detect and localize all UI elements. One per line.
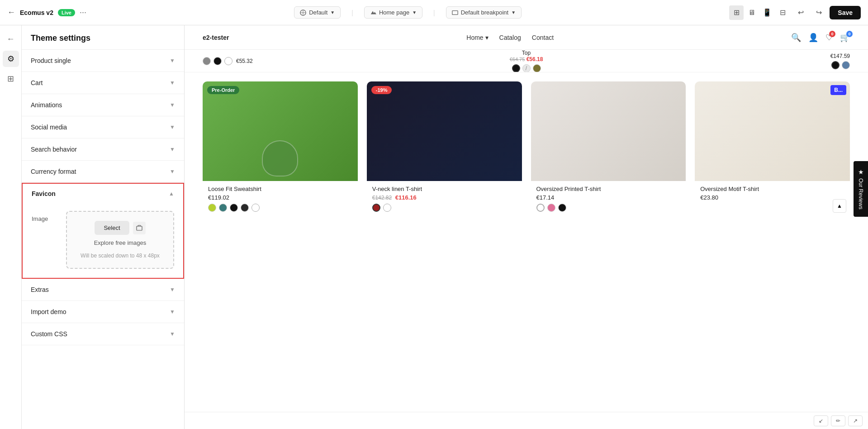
product-image-2: -19%: [367, 81, 522, 181]
svg-rect-1: [452, 10, 458, 14]
grid-view-icon[interactable]: ⊞: [729, 5, 744, 20]
page-selector[interactable]: Home page ▼: [364, 6, 422, 19]
sidebar-item-search-behavior[interactable]: Search behavior ▼: [22, 138, 184, 161]
product-info-3: Oversized Printed T-shirt €17.14: [531, 181, 686, 216]
reviews-tab[interactable]: ★ Our Reviews: [854, 161, 868, 217]
sidebar-item-product-single[interactable]: Product single ▼: [22, 50, 184, 72]
favicon-label: Favicon: [32, 190, 56, 197]
favicon-collapse-icon: ▲: [169, 191, 174, 197]
product-single-label: Product single: [31, 57, 71, 64]
color-swatch[interactable]: [536, 204, 545, 212]
color-swatch[interactable]: [219, 204, 227, 212]
reviews-label: Our Reviews: [858, 178, 864, 210]
product-badge-1: Pre-Order: [207, 86, 239, 94]
live-badge: Live: [58, 9, 75, 16]
product-image-4: [695, 81, 850, 181]
scroll-top-btn[interactable]: ▲: [833, 199, 846, 213]
store-nav-links: Home ▾ Catalog Contact: [466, 34, 554, 41]
topbar: ← Ecomus v2 Live ··· Default ▼ | Home pa…: [0, 0, 868, 25]
top-price-old: €64.75: [510, 57, 525, 62]
breakpoint-selector[interactable]: Default breakpoint ▼: [446, 6, 522, 19]
save-button[interactable]: Save: [830, 6, 861, 19]
search-nav-icon[interactable]: 🔍: [791, 33, 801, 43]
product-price-2: €142.82 €116.16: [372, 194, 517, 201]
settings-scroll: Product single ▼ Cart ▼ Animations ▼ Soc…: [22, 50, 184, 429]
back-icon[interactable]: ←: [7, 8, 15, 17]
top-price-right: €147.59: [640, 53, 850, 59]
social-media-chevron: ▼: [170, 124, 175, 130]
social-media-label: Social media: [31, 124, 67, 131]
topbar-left: ← Ecomus v2 Live ···: [7, 8, 86, 17]
tablet-view-icon[interactable]: ⊟: [775, 5, 790, 20]
preview-area: e2-tester Home ▾ Catalog Contact 🔍 👤 ♡0 …: [185, 25, 868, 429]
product-colors-1: [208, 204, 352, 212]
page-label: Home page: [379, 9, 409, 16]
partial-product-2: Top €64.75 €56.18: [422, 50, 631, 72]
favicon-header[interactable]: Favicon ▲: [23, 184, 183, 204]
bottom-edit-icon[interactable]: ✏: [831, 415, 845, 426]
color-swatch[interactable]: [547, 204, 555, 212]
favicon-upload-box[interactable]: Select Explore free images Will be scale…: [66, 211, 174, 269]
bottom-right-icon[interactable]: ↗: [848, 415, 863, 426]
product-info-4: Oversized Motif T-shirt €23.80: [695, 181, 850, 205]
sidebar-item-custom-css[interactable]: Custom CSS ▼: [22, 323, 184, 345]
product-card-1: Pre-Order Loose Fit Sweatshirt €119.02: [203, 81, 358, 216]
wishlist-icon[interactable]: ♡0: [825, 33, 833, 43]
more-options-icon[interactable]: ···: [80, 8, 86, 17]
sidebar-item-import-demo[interactable]: Import demo ▼: [22, 301, 184, 323]
sidebar-item-social-media[interactable]: Social media ▼: [22, 116, 184, 138]
favicon-select-row: Select: [95, 221, 145, 235]
nav-back-icon[interactable]: ←: [3, 31, 19, 47]
search-behavior-label: Search behavior: [31, 146, 77, 153]
separator2: |: [433, 9, 435, 16]
settings-panel: Theme settings Product single ▼ Cart ▼ A…: [22, 25, 185, 429]
mobile-view-icon[interactable]: 📱: [760, 5, 774, 20]
cart-label: Cart: [31, 79, 43, 86]
top-price-new: €56.18: [526, 56, 543, 62]
quick-action-btn[interactable]: B...: [830, 85, 846, 95]
preview-bottom-bar: ↙ ✏ ↗: [185, 412, 868, 429]
redo-icon[interactable]: ↪: [811, 5, 826, 20]
select-button[interactable]: Select: [95, 221, 129, 235]
nav-layout-icon[interactable]: ⊞: [3, 71, 19, 87]
main-layout: ← ⚙ ⊞ Theme settings Product single ▼ Ca…: [0, 25, 868, 429]
undo-icon[interactable]: ↩: [793, 5, 808, 20]
store-nav-actions: 🔍 👤 ♡0 🛒0: [791, 33, 850, 43]
sidebar-item-extras[interactable]: Extras ▼: [22, 279, 184, 301]
store-nav: e2-tester Home ▾ Catalog Contact 🔍 👤 ♡0 …: [185, 25, 868, 50]
nav-catalog[interactable]: Catalog: [499, 34, 521, 41]
nav-contact[interactable]: Contact: [532, 34, 554, 41]
nav-settings-icon[interactable]: ⚙: [3, 51, 19, 67]
color-swatch[interactable]: [251, 204, 260, 212]
color-swatch[interactable]: [241, 204, 249, 212]
color-swatch[interactable]: [230, 204, 238, 212]
product-image-3: [531, 81, 686, 181]
desktop-view-icon[interactable]: 🖥: [745, 5, 759, 20]
image-label: Image: [32, 211, 59, 222]
sidebar-item-cart[interactable]: Cart ▼: [22, 72, 184, 94]
currency-format-label: Currency format: [31, 168, 76, 175]
custom-css-chevron: ▼: [170, 331, 175, 337]
theme-selector[interactable]: Default ▼: [294, 6, 341, 19]
theme-label: Default: [309, 9, 327, 16]
color-swatch[interactable]: [208, 204, 216, 212]
breakpoint-label: Default breakpoint: [461, 9, 509, 16]
product-image-1: Pre-Order: [203, 81, 358, 181]
nav-home[interactable]: Home ▾: [466, 34, 488, 41]
sidebar-item-animations[interactable]: Animations ▼: [22, 94, 184, 116]
account-icon[interactable]: 👤: [808, 33, 818, 43]
product-info-2: V-neck linen T-shirt €142.82 €116.16: [367, 181, 522, 216]
explore-link[interactable]: Explore free images: [94, 239, 147, 246]
color-swatch[interactable]: [372, 204, 380, 212]
browse-icon[interactable]: [133, 222, 146, 234]
svg-rect-2: [137, 226, 142, 230]
page-chevron: ▼: [412, 10, 417, 15]
custom-css-label: Custom CSS: [31, 330, 67, 338]
color-swatch[interactable]: [383, 204, 391, 212]
cart-icon[interactable]: 🛒0: [840, 33, 850, 43]
bottom-left-icon[interactable]: ↙: [814, 415, 828, 426]
color-swatch[interactable]: [558, 204, 566, 212]
price-new-2: €116.16: [395, 194, 417, 201]
sidebar-item-currency-format[interactable]: Currency format ▼: [22, 161, 184, 183]
product-info-1: Loose Fit Sweatshirt €119.02: [203, 181, 358, 216]
